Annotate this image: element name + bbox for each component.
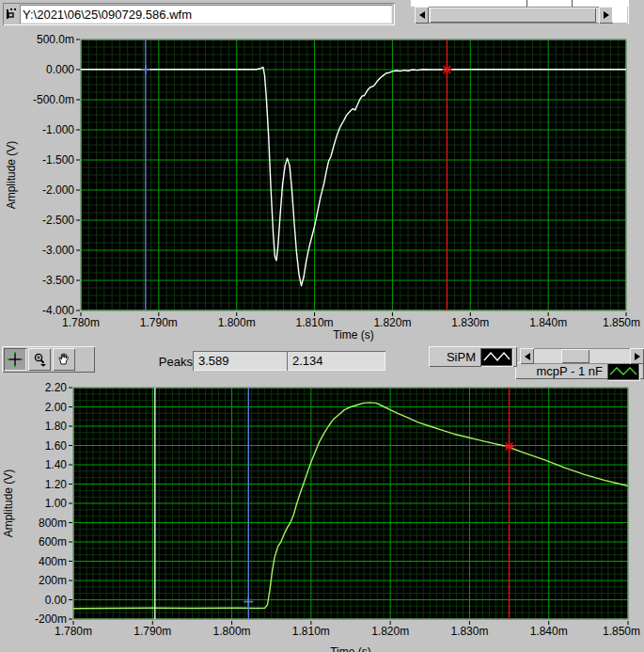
y-tick-label: 1.40	[45, 458, 68, 471]
y-tick-label: -1.000	[42, 123, 74, 136]
y-tick-label: -1.500	[42, 153, 74, 167]
triangle-right-icon	[635, 353, 640, 360]
magnifier-icon	[32, 352, 47, 367]
y-tick-label: 1.80	[45, 420, 68, 433]
y-tick-label: 0.00	[45, 594, 68, 607]
waveform-graph-mcp[interactable]: 2.202.001.801.601.401.201.00800m600m400m…	[0, 376, 644, 652]
x-tick-label: 1.810m	[296, 316, 334, 329]
crosshair-icon	[8, 352, 23, 367]
hand-icon	[56, 352, 71, 367]
legend-sipm-label: SiPM	[447, 350, 476, 364]
y-tick-label: -2.000	[42, 183, 74, 197]
peaks-label: Peaks	[136, 355, 193, 369]
pan-tool-button[interactable]	[53, 348, 75, 371]
x-tick-label: 1.830m	[451, 316, 489, 329]
scrollbar-thumb[interactable]	[561, 349, 589, 363]
x-tick-label: 1.810m	[292, 625, 330, 638]
legend-sipm[interactable]: SiPM	[429, 346, 517, 367]
scrollbar-thumb[interactable]	[430, 8, 596, 23]
x-tick-label: 1.800m	[218, 316, 256, 329]
triangle-right-icon	[604, 11, 609, 19]
x-tick-label: 1.790m	[134, 625, 171, 638]
partial-control-block	[612, 0, 627, 23]
cursor-red-bottom-marker[interactable]	[505, 442, 514, 452]
triangle-left-icon	[419, 11, 425, 19]
x-tick-label: 1.790m	[140, 316, 178, 329]
y-tick-label: 2.20	[45, 381, 68, 394]
x-tick-label: 1.850m	[603, 316, 640, 329]
scroll-left-button[interactable]	[415, 7, 429, 24]
y-tick-label: 400m	[39, 555, 67, 568]
y-tick-label: 1.60	[45, 439, 68, 453]
strip-divider	[572, 0, 573, 7]
y-tick-label: 1.20	[45, 478, 68, 491]
waveform-graph-sipm[interactable]: 500.0m0.000-500.0m-1.000-1.500-2.000-2.5…	[0, 28, 644, 346]
zoom-tool-button[interactable]	[28, 348, 51, 371]
partial-control-strip	[411, 0, 628, 7]
file-path-control	[3, 3, 395, 25]
top-scrollbar[interactable]	[415, 7, 613, 24]
y-tick-label: 600m	[39, 535, 67, 549]
y-tick-label: 800m	[39, 517, 67, 530]
x-tick-label: 1.820m	[373, 316, 411, 329]
peak-value-1[interactable]	[193, 351, 291, 371]
x-tick-label: 1.800m	[213, 625, 251, 638]
scroll-right-button[interactable]	[630, 348, 644, 364]
x-tick-label: 1.820m	[371, 625, 409, 638]
y-axis-title: Amplitude (V)	[5, 141, 18, 210]
y-tick-label: 2.00	[45, 401, 68, 414]
x-tick-label: 1.780m	[62, 316, 100, 329]
y-tick-label: -500.0m	[33, 93, 74, 106]
x-tick-label: 1.850m	[603, 625, 640, 638]
y-axis-title: Amplitude (V)	[2, 469, 15, 538]
scroll-left-button[interactable]	[520, 348, 534, 364]
white-waveform-icon	[481, 349, 511, 365]
triangle-left-icon	[525, 353, 530, 360]
cursor-tool-button[interactable]	[4, 348, 26, 371]
x-tick-label: 1.840m	[529, 316, 567, 329]
x-axis-title: Time (s)	[333, 328, 374, 342]
y-tick-label: -3.500	[42, 274, 74, 287]
y-tick-label: -3.000	[42, 244, 74, 257]
y-tick-label: 500.0m	[37, 33, 74, 46]
x-axis-title: Time (s)	[330, 645, 371, 652]
y-tick-label: 200m	[39, 574, 67, 587]
green-waveform-icon	[608, 363, 638, 379]
y-tick-label: -2.500	[42, 214, 74, 227]
x-tick-label: 1.780m	[55, 625, 92, 638]
y-tick-label: 1.00	[45, 497, 68, 510]
y-tick-label: 0.000	[46, 63, 74, 76]
legend-mcp-swatch[interactable]	[608, 363, 638, 379]
scroll-right-button[interactable]	[599, 7, 613, 24]
window-edge-piece	[628, 0, 644, 24]
legend-sipm-swatch[interactable]	[481, 349, 511, 365]
strip-divider	[526, 0, 527, 7]
bottom-graph-scrollbar[interactable]	[520, 348, 644, 364]
file-path-input[interactable]	[20, 5, 392, 24]
legend-mcp-label: mcpP - 1 nF	[536, 364, 603, 378]
x-tick-label: 1.840m	[530, 625, 568, 638]
peak-value-2[interactable]	[287, 351, 385, 371]
waveform-viewer-window: 500.0m0.000-500.0m-1.000-1.500-2.000-2.5…	[0, 0, 644, 652]
legend-mcp[interactable]: mcpP - 1 nF	[515, 362, 644, 379]
cursor-red-top-marker[interactable]	[442, 65, 451, 74]
x-tick-label: 1.830m	[450, 625, 488, 638]
path-type-icon	[3, 3, 20, 25]
graph-palette	[2, 346, 95, 373]
